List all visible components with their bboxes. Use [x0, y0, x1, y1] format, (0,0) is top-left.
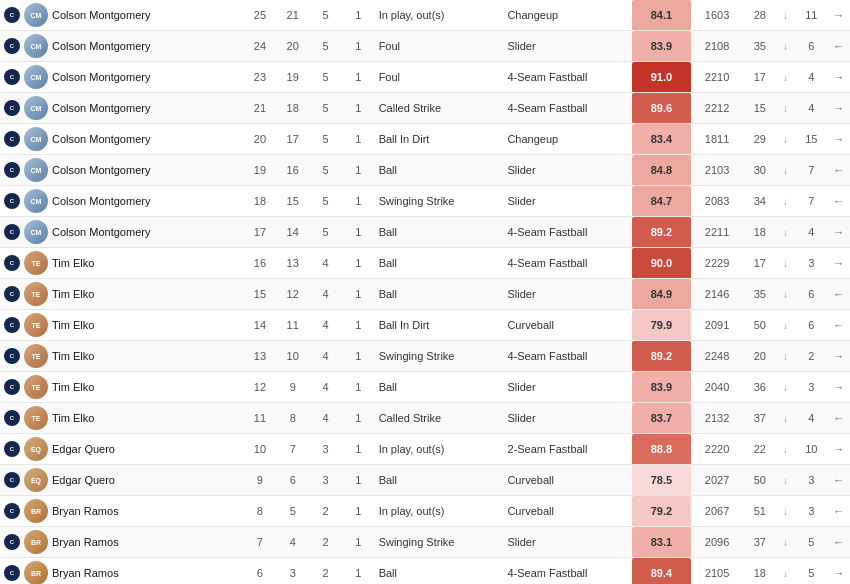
player-name: Tim Elko [52, 412, 94, 424]
team-logo: C [4, 441, 20, 457]
num-25: 19 [244, 155, 277, 186]
speed-value: 91.0 [632, 62, 691, 93]
player-cell: C TE Tim Elko [0, 248, 244, 279]
avatar: TE [24, 406, 48, 430]
count-value: 11 [795, 0, 828, 31]
speed-value: 89.6 [632, 93, 691, 124]
speed-value: 84.9 [632, 279, 691, 310]
avatar: CM [24, 34, 48, 58]
deg-value: 37 [743, 527, 776, 558]
num-25: 23 [244, 62, 277, 93]
avatar: CM [24, 3, 48, 27]
num-25: 21 [244, 93, 277, 124]
team-logo: C [4, 193, 20, 209]
num-25: 18 [244, 186, 277, 217]
dir-arrow: ↓ [776, 465, 795, 496]
count-value: 4 [795, 62, 828, 93]
pitch-result: Ball [375, 217, 504, 248]
deg-value: 37 [743, 403, 776, 434]
spin-value: 2067 [691, 496, 744, 527]
count-value: 3 [795, 372, 828, 403]
direction-arrow: → [828, 372, 850, 403]
table-row: C EQ Edgar Quero 10 7 3 1 In play, out(s… [0, 434, 850, 465]
team-logo: C [4, 379, 20, 395]
num-5: 5 [309, 186, 342, 217]
direction-arrow: ← [828, 31, 850, 62]
player-name: Bryan Ramos [52, 505, 119, 517]
pitch-type: 4-Seam Fastball [503, 558, 632, 585]
num-21: 17 [276, 124, 309, 155]
direction-arrow: ← [828, 155, 850, 186]
pitch-type: Changeup [503, 0, 632, 31]
pitch-type: Slider [503, 155, 632, 186]
deg-value: 34 [743, 186, 776, 217]
avatar: EQ [24, 437, 48, 461]
player-cell: C CM Colson Montgomery [0, 0, 244, 31]
table-row: C TE Tim Elko 11 8 4 1 Called Strike Sli… [0, 403, 850, 434]
player-cell: C CM Colson Montgomery [0, 155, 244, 186]
count-value: 4 [795, 403, 828, 434]
avatar: CM [24, 65, 48, 89]
player-cell: C CM Colson Montgomery [0, 124, 244, 155]
pitch-result: Ball [375, 465, 504, 496]
num-1: 1 [342, 341, 375, 372]
spin-value: 2212 [691, 93, 744, 124]
dir-arrow: ↓ [776, 62, 795, 93]
table-row: C CM Colson Montgomery 23 19 5 1 Foul 4-… [0, 62, 850, 93]
num-21: 7 [276, 434, 309, 465]
count-value: 3 [795, 496, 828, 527]
direction-arrow: → [828, 248, 850, 279]
num-1: 1 [342, 558, 375, 585]
num-5: 5 [309, 31, 342, 62]
deg-value: 28 [743, 0, 776, 31]
spin-value: 1811 [691, 124, 744, 155]
team-logo: C [4, 534, 20, 550]
num-21: 9 [276, 372, 309, 403]
num-21: 19 [276, 62, 309, 93]
direction-arrow: ← [828, 465, 850, 496]
player-name: Colson Montgomery [52, 164, 150, 176]
pitch-result: Ball [375, 155, 504, 186]
num-25: 15 [244, 279, 277, 310]
speed-value: 83.9 [632, 31, 691, 62]
spin-value: 2229 [691, 248, 744, 279]
count-value: 5 [795, 527, 828, 558]
pitch-type: Slider [503, 527, 632, 558]
spin-value: 2096 [691, 527, 744, 558]
player-name: Colson Montgomery [52, 195, 150, 207]
num-1: 1 [342, 496, 375, 527]
spin-value: 1603 [691, 0, 744, 31]
direction-arrow: → [828, 217, 850, 248]
player-name: Colson Montgomery [52, 226, 150, 238]
num-1: 1 [342, 372, 375, 403]
spin-value: 2210 [691, 62, 744, 93]
pitch-type: Curveball [503, 496, 632, 527]
num-1: 1 [342, 465, 375, 496]
avatar: TE [24, 282, 48, 306]
num-21: 5 [276, 496, 309, 527]
team-logo: C [4, 472, 20, 488]
num-1: 1 [342, 124, 375, 155]
player-name: Colson Montgomery [52, 133, 150, 145]
deg-value: 22 [743, 434, 776, 465]
pitch-result: Ball [375, 558, 504, 585]
avatar: BR [24, 561, 48, 584]
team-logo: C [4, 317, 20, 333]
direction-arrow: ← [828, 527, 850, 558]
num-1: 1 [342, 279, 375, 310]
player-cell: C CM Colson Montgomery [0, 31, 244, 62]
count-value: 3 [795, 248, 828, 279]
num-21: 6 [276, 465, 309, 496]
pitch-type: Curveball [503, 465, 632, 496]
speed-value: 83.1 [632, 527, 691, 558]
num-21: 18 [276, 93, 309, 124]
player-cell: C TE Tim Elko [0, 341, 244, 372]
team-logo: C [4, 503, 20, 519]
avatar: CM [24, 96, 48, 120]
pitch-result: In play, out(s) [375, 434, 504, 465]
num-21: 3 [276, 558, 309, 585]
player-name: Tim Elko [52, 288, 94, 300]
table-row: C CM Colson Montgomery 18 15 5 1 Swingin… [0, 186, 850, 217]
team-logo: C [4, 162, 20, 178]
direction-arrow: ← [828, 310, 850, 341]
